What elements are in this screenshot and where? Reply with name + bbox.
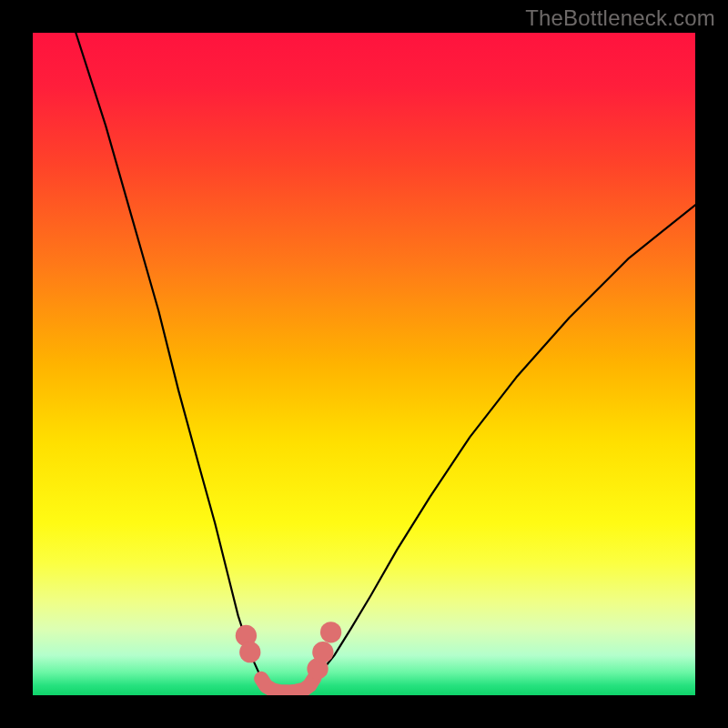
chart-frame: TheBottleneck.com — [0, 0, 728, 728]
chart-svg — [33, 33, 695, 695]
watermark-text: TheBottleneck.com — [525, 5, 715, 31]
gradient-background — [33, 33, 695, 695]
right-marker-2 — [312, 642, 333, 662]
left-marker-2 — [239, 642, 260, 662]
plot-area — [33, 33, 695, 695]
right-marker-3 — [320, 622, 341, 642]
